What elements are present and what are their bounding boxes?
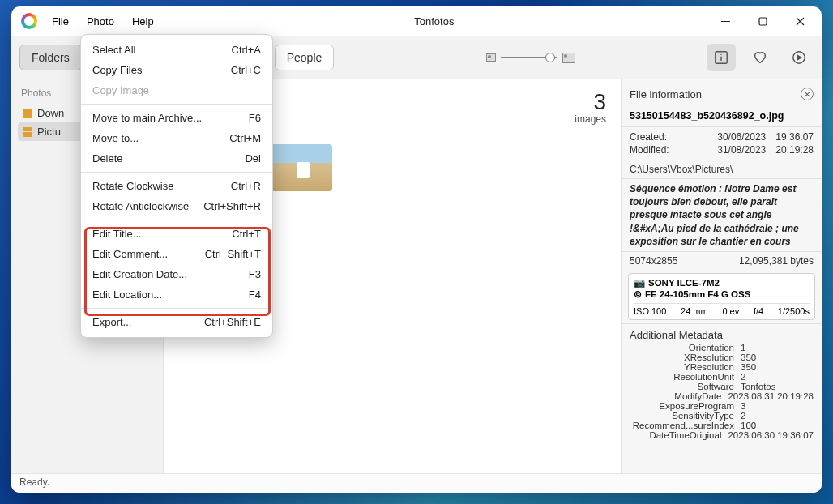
exif-ev: 0 ev xyxy=(722,306,739,316)
folders-button[interactable]: Folders xyxy=(19,45,82,70)
image-count: 3 images xyxy=(575,91,606,125)
lens-icon: ⊚ xyxy=(634,288,642,300)
created-time: 19:36:07 xyxy=(775,131,814,143)
menu-item-3-2[interactable]: Edit Creation Date...F3 xyxy=(81,264,272,284)
file-path: C:\Users\Vbox\Pictures\ xyxy=(622,160,822,178)
exif-shutter: 1/2500s xyxy=(778,306,810,316)
menu-photo[interactable]: Photo xyxy=(79,12,122,31)
info-panel-title: File information xyxy=(630,88,702,100)
metadata-row: SensitivityType2 xyxy=(622,411,822,421)
menu-help[interactable]: Help xyxy=(124,12,162,31)
menu-item-1-1[interactable]: Move to...Ctrl+M xyxy=(81,128,272,148)
created-label: Created: xyxy=(630,131,717,143)
slideshow-button[interactable] xyxy=(784,44,814,71)
photo-menu: Select AllCtrl+ACopy FilesCtrl+CCopy Ima… xyxy=(80,34,273,338)
camera-info: 📷SONY ILCE-7M2 ⊚FE 24-105mm F4 G OSS ISO… xyxy=(628,273,815,320)
sidebar-item-label: Down xyxy=(37,107,64,119)
image-dimensions: 5074x2855 xyxy=(630,255,677,267)
menu-item-4-0[interactable]: Export...Ctrl+Shift+E xyxy=(81,312,272,332)
thumbnail-size-slider[interactable] xyxy=(486,53,575,63)
menu-item-1-2[interactable]: DeleteDel xyxy=(81,148,272,169)
window-title: Tonfotos xyxy=(162,15,707,28)
metadata-row: SoftwareTonfotos xyxy=(622,382,822,391)
metadata-list: Orientation1XResolution350YResolution350… xyxy=(622,343,822,440)
favorite-button[interactable] xyxy=(745,44,775,71)
exif-focal: 24 mm xyxy=(681,306,708,316)
menu-item-3-3[interactable]: Edit Location...F4 xyxy=(81,284,272,305)
menu-item-0-0[interactable]: Select AllCtrl+A xyxy=(81,40,272,60)
close-panel-button[interactable]: ✕ xyxy=(801,88,814,100)
metadata-row: YResolution350 xyxy=(622,362,822,372)
svg-rect-0 xyxy=(759,18,767,25)
menu-item-2-1[interactable]: Rotate AnticlockwiseCtrl+Shift+R xyxy=(81,196,272,216)
close-button[interactable] xyxy=(781,8,818,34)
exif-aperture: f/4 xyxy=(754,306,763,316)
file-size: 12,095,381 bytes xyxy=(739,255,814,267)
status-bar: Ready. xyxy=(11,473,822,493)
sidebar-item-label: Pictu xyxy=(37,126,61,138)
modified-label: Modified: xyxy=(630,144,717,156)
metadata-row: DateTimeOriginal2023:06:30 19:36:07 xyxy=(622,430,822,440)
info-panel: File information ✕ 53150154483_b52043689… xyxy=(621,79,822,473)
slider-thumb[interactable] xyxy=(545,53,555,62)
file-description: Séquence émotion : Notre Dame est toujou… xyxy=(622,178,822,251)
titlebar: File Photo Help Tonfotos xyxy=(11,6,822,36)
file-name: 53150154483_b520436892_o.jpg xyxy=(622,105,822,126)
app-window: File Photo Help Tonfotos Folders People … xyxy=(11,6,822,493)
folder-icon xyxy=(23,109,32,118)
modified-time: 20:19:28 xyxy=(775,144,814,156)
metadata-row: ExposureProgram3 xyxy=(622,401,822,411)
metadata-row: ModifyDate2023:08:31 20:19:28 xyxy=(622,391,822,401)
menubar: File Photo Help xyxy=(44,12,162,31)
metadata-row: ResolutionUnit2 xyxy=(622,372,822,382)
window-controls xyxy=(707,8,818,34)
metadata-row: XResolution350 xyxy=(622,352,822,362)
metadata-row: Orientation1 xyxy=(622,343,822,352)
info-panel-button[interactable] xyxy=(707,44,736,71)
menu-item-0-2[interactable]: Copy Image xyxy=(81,80,272,100)
menu-item-3-1[interactable]: Edit Comment...Ctrl+Shift+T xyxy=(81,244,272,264)
thumb-small-icon xyxy=(486,53,496,62)
folder-icon xyxy=(23,127,32,137)
metadata-header: Additional Metadata xyxy=(622,323,822,343)
camera-icon: 📷 xyxy=(634,277,645,288)
maximize-button[interactable] xyxy=(744,8,781,34)
thumb-large-icon xyxy=(562,53,575,63)
menu-file[interactable]: File xyxy=(44,12,77,31)
slider-track[interactable] xyxy=(501,57,557,58)
modified-date: 31/08/2023 xyxy=(717,144,766,156)
people-button[interactable]: People xyxy=(275,45,335,70)
menu-item-2-0[interactable]: Rotate ClockwiseCtrl+R xyxy=(81,176,272,196)
app-icon xyxy=(21,13,37,29)
menu-item-0-1[interactable]: Copy FilesCtrl+C xyxy=(81,60,272,80)
metadata-row: Recommend...sureIndex100 xyxy=(622,421,822,430)
menu-item-1-0[interactable]: Move to main Archive...F6 xyxy=(81,108,272,128)
menu-item-3-0[interactable]: Edit Title...Ctrl+T xyxy=(81,224,272,244)
minimize-button[interactable] xyxy=(707,8,744,34)
exif-iso: ISO 100 xyxy=(634,306,666,316)
created-date: 30/06/2023 xyxy=(717,131,766,143)
